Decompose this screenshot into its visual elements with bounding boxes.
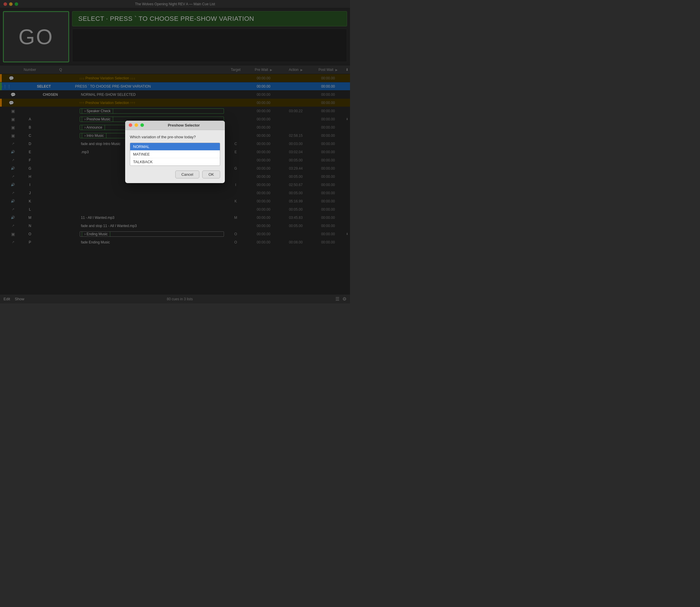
modal-titlebar: Preshow Selector bbox=[125, 121, 225, 130]
modal-body: Which variation of the pre-show today? N… bbox=[125, 130, 225, 183]
modal-close-button[interactable] bbox=[129, 123, 132, 127]
modal-maximize-button[interactable] bbox=[140, 123, 144, 127]
modal-buttons: Cancel OK bbox=[130, 170, 220, 179]
modal-minimize-button[interactable] bbox=[135, 123, 138, 127]
modal-overlay: Preshow Selector Which variation of the … bbox=[0, 0, 350, 304]
modal-title: Preshow Selector bbox=[146, 123, 221, 127]
modal-question: Which variation of the pre-show today? bbox=[130, 135, 220, 139]
preshow-selector-modal: Preshow Selector Which variation of the … bbox=[125, 121, 225, 183]
list-item[interactable]: MATINEE bbox=[130, 151, 220, 158]
list-item[interactable]: NORMAL bbox=[130, 143, 220, 151]
list-item[interactable]: TALKBACK bbox=[130, 158, 220, 166]
ok-button[interactable]: OK bbox=[202, 170, 220, 179]
modal-options-list: NORMAL MATINEE TALKBACK bbox=[130, 143, 220, 166]
cancel-button[interactable]: Cancel bbox=[175, 170, 199, 179]
